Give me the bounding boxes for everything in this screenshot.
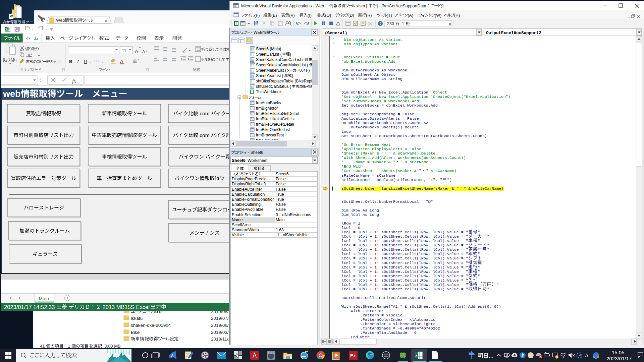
svg-text:": ": [487, 287, 489, 292]
svg-text:(R): (R): [366, 13, 372, 18]
svg-text:EnableAutoFilter: EnableAutoFilter: [232, 187, 262, 192]
svg-text:Dim sOutSheet As Object: Dim sOutSheet As Object: [332, 72, 395, 77]
svg-text:Loop: Loop: [332, 129, 351, 134]
svg-text:Name: Name: [232, 218, 243, 222]
svg-text:Fz: Fz: [350, 353, 356, 358]
svg-text:'Object: 'Object: [431, 90, 447, 95]
svg-text:lCol = lCol + 1: sOutSheet.Cel: lCol = lCol + 1: sOutSheet.Cells(lRow, l…: [332, 274, 468, 279]
svg-text:)]: )]: [441, 4, 444, 8]
svg-text:lCol = lCol + 1: sOutSheet.Cel: lCol = lCol + 1: sOutSheet.Cells(lRow, l…: [332, 261, 468, 265]
svg-text:False: False: [276, 177, 286, 181]
svg-text:lCol = lCol + 1: sOutSheet.Cel: lCol = lCol + 1: sOutSheet.Cells(lRow, l…: [332, 265, 468, 270]
svg-text:With .Interior: With .Interior: [332, 309, 384, 313]
svg-text:3.08 MB: 3.08 MB: [102, 344, 121, 349]
svg-text:Dim lCol As Long: Dim lCol As Long: [332, 213, 379, 217]
svg-text:1: 1: [68, 344, 71, 349]
svg-text:- WEB: - WEB: [250, 30, 263, 35]
svg-text:": ": [478, 265, 480, 270]
svg-text:sOutSheet.Cells.EntireColumn.A: sOutSheet.Cells.EntireColumn.AutoFit: [332, 296, 426, 300]
svg-text:lCol = lCol + 1: sOutSheet.Cel: lCol = lCol + 1: sOutSheet.Cells(lRow, l…: [332, 234, 468, 239]
svg-text:11: 11: [122, 48, 126, 53]
svg-text:EnablePivotTable: EnablePivotTable: [232, 207, 263, 212]
svg-text:.com: .com: [198, 111, 211, 116]
svg-text:sOutSheet.Name = SanitizeExcel: sOutSheet.Name = SanitizeExcelSheetName(…: [332, 186, 459, 191]
svg-text:": ": [478, 269, 480, 274]
svg-text:outWorkBooks.Sheets(1).Delete: outWorkBooks.Sheets(1).Delete: [332, 125, 419, 130]
svg-text:False: False: [276, 207, 286, 212]
svg-text:'Sheets(sMaker & ": 'Sheets(sMaker & ": [332, 151, 384, 156]
svg-text:(W): (W): [435, 13, 441, 18]
svg-text:Dim sFileCarName As String: Dim sFileCarName As String: [332, 77, 402, 81]
svg-text:lCol = lCol + 1: sOutSheet.Cel: lCol = lCol + 1: sOutSheet.Cells(lRow, l…: [332, 287, 468, 292]
svg-text:A: A: [585, 352, 589, 359]
svg-text:lCol = lCol + 1: sOutSheet.Cel: lCol = lCol + 1: sOutSheet.Cells(lRow, l…: [332, 239, 468, 243]
svg-text:With sOutSheet.Range("A1:" & s: With sOutSheet.Range("A1:" & sOutSheet.C…: [332, 304, 501, 309]
svg-text:'End With: 'End With: [332, 164, 363, 169]
svg-text:'With Sheets.Add(After:=Worksh: 'With Sheets.Add(After:=Worksheets(Works…: [332, 156, 466, 160]
svg-text:(V): (V): [289, 13, 295, 18]
svg-text:2013 MB15S Excel: 2013 MB15S Excel: [101, 304, 150, 310]
svg-text:lCol = lCol + 1: sOutSheet.Cel: lCol = lCol + 1: sOutSheet.Cells(lRow, l…: [332, 278, 468, 283]
svg-text:shtUsedCarStatus (: shtUsedCarStatus (: [256, 84, 291, 89]
svg-text:": ": [487, 234, 489, 239]
svg-text:'objExcel.Workbooks.Add: 'objExcel.Workbooks.Add: [332, 59, 395, 64]
svg-text:": ": [478, 230, 480, 235]
svg-text:(D): (D): [348, 13, 354, 18]
svg-text:): ): [308, 68, 310, 73]
svg-text:True: True: [276, 197, 284, 202]
svg-text:lCol = lCol + 1: sOutSheet.Cel: lCol = lCol + 1: sOutSheet.Cells(lRow, l…: [332, 256, 468, 261]
svg-text:' Dim objButtons As Variant: ' Dim objButtons As Variant: [332, 38, 402, 42]
svg-text:": ": [478, 274, 480, 279]
svg-text:": ": [478, 239, 480, 243]
svg-text:Set sOutSheet = outWorkBooks.S: Set sOutSheet = outWorkBooks.Sheets(outW…: [332, 134, 487, 138]
svg-text:Sirius: Sirius: [268, 352, 274, 355]
svg-text:x: x: [5, 27, 7, 31]
svg-text:Sheet6: Sheet6: [232, 158, 246, 163]
svg-text:.PatternTintAndShade = 0: .PatternTintAndShade = 0: [332, 330, 417, 335]
svg-text:Do While outWorkBooks.Sheets.C: Do While outWorkBooks.Sheets.Count <> 1: [332, 121, 433, 125]
svg-text:2018/11/26: 2018/11/26: [211, 337, 230, 342]
svg-text:.PatternColorIndex = xlAutomat: .PatternColorIndex = xlAutomatic: [332, 317, 435, 322]
svg-text:SheetKakakuComMakerList (: SheetKakakuComMakerList (: [256, 63, 308, 67]
svg-text:B: B: [69, 59, 72, 64]
svg-text:DisplayRightToLeft: DisplayRightToLeft: [232, 182, 266, 186]
svg-text:' objExcel .Visible = True: ' objExcel .Visible = True: [332, 55, 400, 60]
svg-text:sFileCarName = Replace(sFileCa: sFileCarName = Replace(sFileCarName, ":"…: [332, 178, 442, 182]
svg-text:lCol = lCol + 1: sOutSheet.Cel: lCol = lCol + 1: sOutSheet.Cells(lRow, l…: [332, 269, 468, 274]
svg-text:U: U: [84, 59, 87, 64]
svg-text:Web: Web: [3, 20, 9, 24]
svg-text:2023/01/17: 2023/01/17: [606, 356, 632, 361]
svg-text:" & sCarName).Delete: " & sCarName).Delete: [388, 151, 435, 156]
svg-text:15:05: 15:05: [612, 350, 625, 355]
svg-text:": ": [482, 261, 485, 265]
svg-text:- Sheet6: - Sheet6: [247, 150, 263, 155]
svg-text:Dim lRow As Long: Dim lRow As Long: [332, 208, 379, 213]
svg-text:objExcel.ScreenUpdating = Fals: objExcel.ScreenUpdating = False: [332, 112, 414, 117]
svg-text:SheetMakerList (: SheetMakerList (: [256, 68, 286, 73]
svg-text:DisplayPageBreaks: DisplayPageBreaks: [232, 177, 267, 181]
svg-text:(I): (I): [308, 13, 312, 18]
svg-text:False: False: [276, 202, 286, 207]
svg-text:lCol = lCol + 1: sOutSheet.Cel: lCol = lCol + 1: sOutSheet.Cells(lRow, l…: [332, 243, 468, 248]
svg-text:Set outWorkBooks = objExcel.Wo: Set outWorkBooks = objExcel.Workbooks.Ad…: [332, 103, 438, 108]
svg-text:...: ...: [489, 353, 493, 359]
svg-text:": ": [496, 283, 499, 287]
svg-text:): ): [290, 52, 291, 57]
svg-text:Worksheet: Worksheet: [248, 158, 268, 163]
svg-text:Sheet6 (Main): Sheet6 (Main): [256, 47, 281, 51]
svg-text:" & sCarName: " & sCarName: [400, 160, 428, 165]
svg-text:Bike: Bike: [131, 330, 140, 335]
svg-text:' .Name = sMaker & ": ' .Name = sMaker & ": [332, 160, 395, 165]
svg-text:frmBikeHikakuGetList: frmBikeHikakuGetList: [256, 117, 295, 121]
svg-text:StandardWidth: StandardWidth: [232, 228, 259, 232]
svg-text:": ": [487, 243, 489, 248]
svg-text:": ": [478, 252, 480, 256]
svg-text:Application.DisplayAlerts = Fa: Application.DisplayAlerts = False: [332, 116, 419, 121]
svg-text:2023/01/17 14:52:33: 2023/01/17 14:52:33: [4, 304, 56, 310]
svg-text:'On Error Resume Next: 'On Error Resume Next: [332, 142, 391, 147]
svg-text:lCol = 0: lCol = 0: [332, 226, 360, 230]
svg-text:.com: .com: [198, 132, 211, 138]
svg-text:(T): (T): [387, 13, 392, 18]
svg-text:(F): (F): [254, 13, 260, 18]
svg-text:A: A: [171, 354, 174, 358]
